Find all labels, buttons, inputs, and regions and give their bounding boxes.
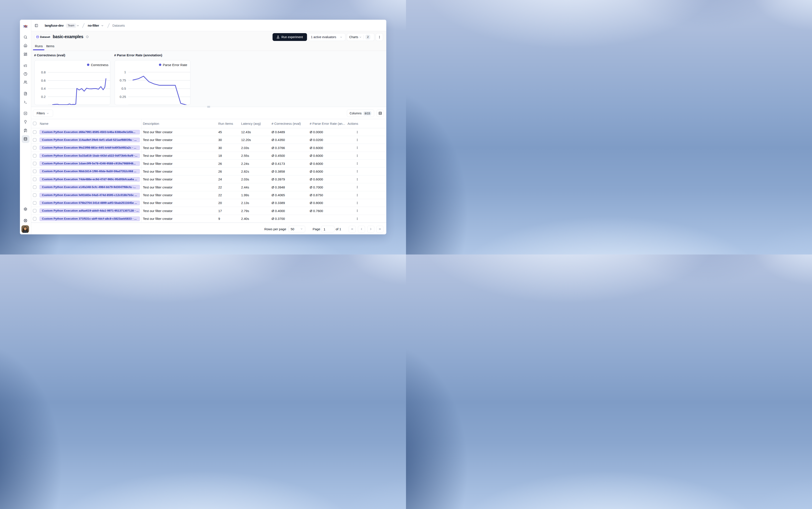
svg-text:0.5: 0.5: [121, 87, 126, 90]
svg-text:1: 1: [124, 70, 126, 74]
svg-text:0.4: 0.4: [41, 87, 45, 90]
svg-text:Parse Error Rate: Parse Error Rate: [163, 63, 187, 67]
svg-text:0.75: 0.75: [120, 78, 126, 82]
svg-text:Correctness: Correctness: [91, 63, 108, 67]
svg-text:0.8: 0.8: [41, 70, 45, 74]
svg-text:0.2: 0.2: [41, 95, 45, 99]
svg-text:0.25: 0.25: [120, 95, 126, 99]
svg-text:0.6: 0.6: [41, 79, 45, 82]
